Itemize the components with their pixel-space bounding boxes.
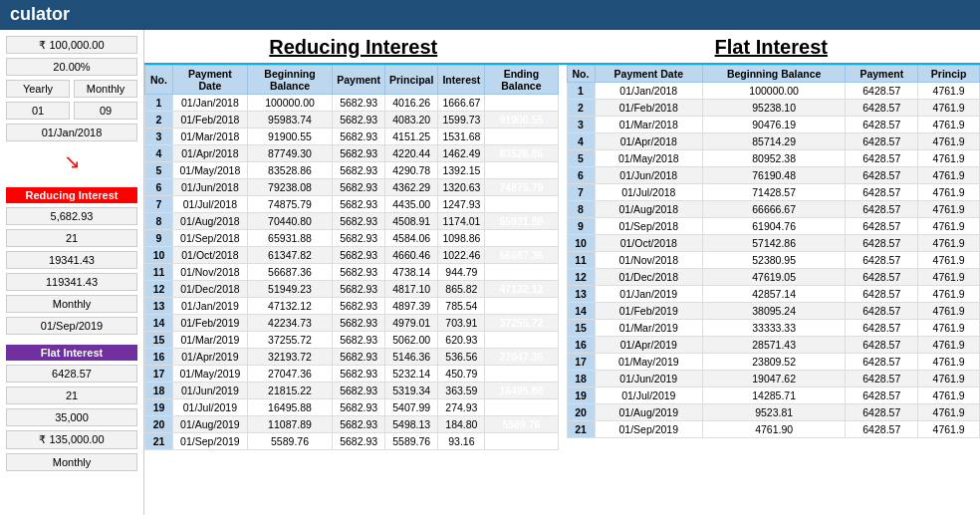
flat-col-no: No.: [567, 66, 595, 83]
content-area: Reducing Interest Flat Interest No. Paym…: [144, 30, 980, 515]
flat-row-no: 4: [567, 133, 595, 150]
reducing-ending-balance: 37255.72: [485, 315, 558, 332]
flat-principal: 4761.9: [918, 167, 980, 184]
flat-principal: 4761.9: [918, 184, 980, 201]
reducing-begin: 11087.89: [247, 416, 332, 433]
flat-payment-cell: 6428.57: [846, 167, 918, 184]
reducing-interest: 1462.49: [438, 145, 485, 162]
reducing-row-no: 10: [145, 247, 173, 264]
reducing-date: 01/Jan/2018: [173, 95, 248, 112]
reducing-payment-cell: 5682.93: [333, 162, 385, 179]
reducing-date: 01/Feb/2018: [173, 112, 248, 129]
vertical-divider: [559, 65, 567, 515]
flat-date: 01/Jun/2018: [595, 167, 703, 184]
reducing-principal: 4435.00: [385, 196, 438, 213]
flat-payment-cell: 6428.57: [846, 286, 918, 303]
app-title: culator: [10, 4, 70, 24]
reducing-row-no: 4: [145, 145, 173, 162]
reducing-date: 01/Feb/2019: [173, 315, 248, 332]
reducing-payment-cell: 5682.93: [333, 247, 385, 264]
reducing-date: 01/Mar/2018: [173, 129, 248, 145]
reducing-principal: 5589.76: [385, 433, 438, 450]
flat-count: 21: [6, 386, 137, 404]
reducing-ending-balance: 74875.79: [485, 179, 558, 196]
flat-payment-cell: 6428.57: [846, 269, 918, 286]
flat-row-no: 8: [567, 201, 595, 218]
flat-row-no: 16: [567, 337, 595, 354]
flat-date: 01/Mar/2019: [595, 320, 703, 337]
reducing-payment-cell: 5682.93: [333, 129, 385, 145]
flat-principal: 4761.9: [918, 303, 980, 320]
reducing-date: 01/Jan/2019: [173, 298, 248, 315]
flat-principal: 4761.9: [918, 421, 980, 438]
reducing-row-no: 6: [145, 179, 173, 196]
reducing-ending-balance: 65931.88: [485, 213, 558, 230]
reducing-begin: 27047.36: [247, 366, 332, 383]
sidebar: ↘ Reducing Interest 5,682.93 21 19341.43…: [0, 30, 144, 515]
flat-date: 01/Apr/2019: [595, 337, 703, 354]
reducing-principal: 5319.34: [385, 383, 438, 399]
reducing-interest: 536.56: [438, 349, 485, 366]
flat-freq: Monthly: [6, 453, 137, 471]
flat-row-no: 11: [567, 252, 595, 269]
reducing-ending-balance: 42234.73: [485, 298, 558, 315]
reducing-begin: 16495.88: [247, 399, 332, 416]
reducing-payment-cell: 5682.93: [333, 213, 385, 230]
arrow-indicator: ↘: [6, 149, 137, 173]
reducing-row-no: 15: [145, 332, 173, 349]
flat-begin: 76190.48: [703, 167, 846, 184]
flat-row-no: 18: [567, 371, 595, 387]
reducing-ending-balance: 21815.22: [485, 366, 558, 383]
period-09[interactable]: [74, 102, 137, 120]
reducing-row-no: 9: [145, 230, 173, 247]
reducing-col-no: No.: [145, 66, 173, 95]
flat-row-no: 12: [567, 269, 595, 286]
reducing-payment-cell: 5682.93: [333, 383, 385, 399]
reducing-payment-cell: 5682.93: [333, 179, 385, 196]
flat-begin: 38095.24: [703, 303, 846, 320]
reducing-principal: 5232.14: [385, 366, 438, 383]
rate-input[interactable]: [6, 58, 137, 76]
reducing-principal: 4016.26: [385, 95, 438, 112]
flat-date: 01/May/2019: [595, 354, 703, 371]
flat-date: 01/Mar/2018: [595, 117, 703, 133]
flat-date: 01/Jan/2019: [595, 286, 703, 303]
reducing-col-payment: Payment: [333, 66, 385, 95]
reducing-payment-cell: 5682.93: [333, 145, 385, 162]
reducing-interest: 865.82: [438, 281, 485, 298]
flat-principal: 4761.9: [918, 150, 980, 167]
period-01[interactable]: [6, 102, 70, 120]
reducing-begin: 91900.55: [247, 129, 332, 145]
reducing-ending-balance: 51949.23: [485, 264, 558, 281]
flat-payment-cell: 6428.57: [846, 201, 918, 218]
flat-date: 01/Sep/2019: [595, 421, 703, 438]
flat-payment-cell: 6428.57: [846, 83, 918, 100]
flat-begin: 4761.90: [703, 421, 846, 438]
reducing-begin: 87749.30: [247, 145, 332, 162]
flat-date: 01/Jun/2019: [595, 371, 703, 387]
period-type-monthly[interactable]: [74, 80, 137, 98]
reducing-payment-cell: 5682.93: [333, 264, 385, 281]
flat-principal: 4761.9: [918, 269, 980, 286]
start-date[interactable]: [6, 124, 137, 141]
reducing-interest: 1247.93: [438, 196, 485, 213]
period-type-yearly[interactable]: [6, 80, 70, 98]
reducing-ending-balance: 79238.08: [485, 162, 558, 179]
flat-date: 01/Feb/2018: [595, 100, 703, 117]
reducing-principal: 5407.99: [385, 399, 438, 416]
flat-payment-cell: 6428.57: [846, 421, 918, 438]
reducing-begin: 100000.00: [247, 95, 332, 112]
flat-begin: 80952.38: [703, 150, 846, 167]
flat-col-principal: Princip: [918, 66, 980, 83]
reducing-principal: 4979.01: [385, 315, 438, 332]
reducing-principal: 4817.10: [385, 281, 438, 298]
reducing-interest: 944.79: [438, 264, 485, 281]
flat-row-no: 13: [567, 286, 595, 303]
amount-input[interactable]: [6, 36, 137, 54]
reducing-ending-balance: 5589.76: [485, 416, 558, 433]
flat-principal: 4761.9: [918, 252, 980, 269]
reducing-principal: 4290.78: [385, 162, 438, 179]
flat-begin: 19047.62: [703, 371, 846, 387]
reducing-row-no: 8: [145, 213, 173, 230]
reducing-interest: 450.79: [438, 366, 485, 383]
